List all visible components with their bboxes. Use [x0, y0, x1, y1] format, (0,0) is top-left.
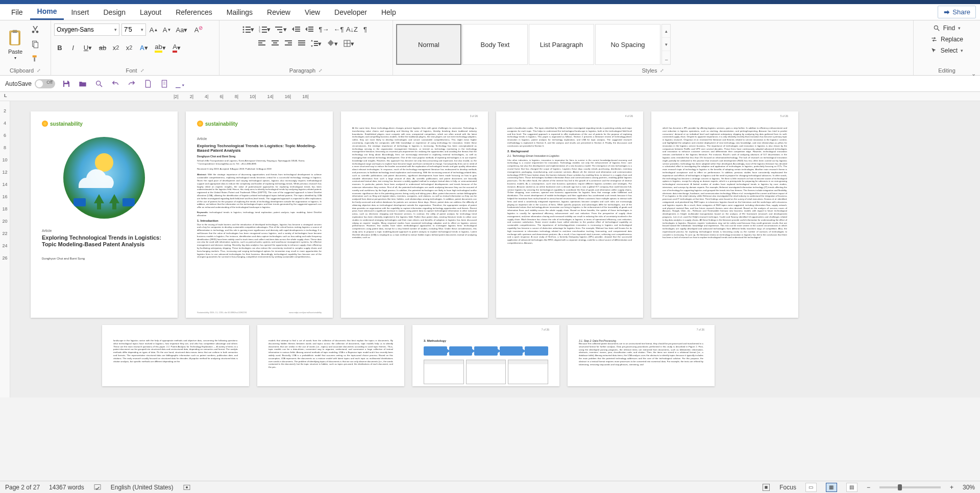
superscript-button[interactable]: x2 [124, 42, 135, 53]
zoom-out-button[interactable]: − [867, 484, 870, 491]
strikethrough-button[interactable]: ab [97, 42, 108, 53]
rtl-button[interactable]: ←¶ [333, 24, 345, 35]
bullets-button[interactable]: ▾ [241, 24, 256, 35]
style-body-text[interactable]: Body Text [462, 24, 528, 65]
style-no-spacing[interactable]: No Spacing [595, 24, 660, 65]
page-7[interactable]: models that attempt to find a set of wor… [257, 325, 404, 386]
tab-file[interactable]: File [4, 5, 30, 19]
justify-button[interactable] [296, 38, 307, 49]
tab-references[interactable]: References [168, 5, 219, 19]
share-button[interactable]: Share [938, 6, 976, 18]
tab-view[interactable]: View [298, 5, 327, 19]
copy-button[interactable] [30, 39, 41, 50]
page-6[interactable]: landscape in the logistics sector with t… [102, 325, 249, 386]
change-case-button[interactable]: Aa▾ [175, 24, 189, 35]
page-5[interactable]: 5 of 26 which has become a 3PL provider … [651, 111, 798, 318]
align-left-button[interactable] [256, 38, 267, 49]
italic-button[interactable]: I [67, 42, 79, 53]
tab-developer[interactable]: Developer [327, 5, 374, 19]
page-view-button[interactable] [159, 79, 169, 89]
open-button[interactable] [78, 79, 88, 89]
clipboard-launcher[interactable]: ⤢ [37, 68, 41, 73]
tab-layout[interactable]: Layout [133, 5, 168, 19]
page-9[interactable]: 7 of 26 3.1. Step 2: Data Pre-Processing… [568, 325, 715, 386]
show-marks-button[interactable]: ¶ [360, 24, 371, 35]
highlight-button[interactable]: ab▾ [153, 42, 167, 53]
paste-button[interactable]: Paste ▾ [3, 28, 28, 61]
shading-button[interactable]: ▾ [326, 38, 340, 49]
qat-customize-button[interactable]: ⎯▾ [176, 79, 186, 89]
redo-button[interactable] [127, 79, 137, 89]
paragraph-launcher[interactable]: ⤢ [318, 68, 323, 73]
clear-formatting-button[interactable]: A⊘ [191, 24, 202, 35]
view-read-button[interactable]: ▭ [805, 483, 817, 492]
numbering-button[interactable]: 123▾ [258, 24, 272, 35]
status-words[interactable]: 14367 words [49, 484, 84, 491]
methodology-tables [424, 360, 548, 384]
cut-button[interactable] [30, 25, 41, 36]
spellcheck-icon[interactable] [93, 483, 102, 491]
line-spacing-button[interactable]: ▾ [309, 38, 324, 49]
status-language[interactable]: English (United States) [111, 484, 174, 491]
grow-font-button[interactable]: A▲ [148, 24, 159, 35]
page-2[interactable]: sustainability Article Exploring Technol… [186, 111, 333, 318]
decrease-indent-button[interactable] [290, 24, 302, 35]
focus-icon[interactable] [762, 483, 770, 491]
text-effects-button[interactable]: A▾ [137, 42, 151, 53]
vertical-ruler[interactable]: 2468101214161820222426 [0, 101, 10, 397]
horizontal-ruler[interactable]: L |2| 2| 4| 6| 8| 10| 14| 16| 18| [0, 92, 980, 101]
styles-gallery-more[interactable]: ▴▾⎯ [662, 24, 671, 65]
tab-design[interactable]: Design [96, 5, 133, 19]
align-center-button[interactable] [270, 38, 281, 49]
save-button[interactable] [61, 79, 71, 89]
page-4[interactable]: 4 of 26 patent classification codes. The… [496, 111, 643, 318]
zoom-level[interactable]: 30% [963, 484, 975, 491]
format-painter-button[interactable] [30, 53, 41, 64]
replace-button[interactable]: Replace [928, 35, 965, 44]
align-right-button[interactable] [283, 38, 294, 49]
tab-review[interactable]: Review [260, 5, 298, 19]
multilevel-list-button[interactable]: ▾ [274, 24, 288, 35]
focus-mode[interactable]: Focus [779, 484, 796, 491]
undo-button[interactable] [110, 79, 120, 89]
style-normal[interactable]: Normal [396, 24, 461, 65]
autosave-toggle[interactable]: Off [35, 79, 55, 88]
zoom-in-button[interactable]: + [950, 484, 953, 491]
macro-rec-icon[interactable] [183, 483, 191, 491]
page2-title: Exploring Technological Trends in Logist… [197, 144, 322, 153]
status-page[interactable]: Page 2 of 27 [5, 484, 40, 491]
new-button[interactable] [143, 79, 153, 89]
tab-mailings[interactable]: Mailings [219, 5, 260, 19]
svg-rect-40 [314, 45, 318, 46]
subscript-button[interactable]: x2 [110, 42, 121, 53]
view-print-button[interactable]: ▦ [826, 483, 837, 492]
font-size-combo[interactable]: 7'5▾ [121, 24, 146, 36]
view-web-button[interactable]: ▤ [846, 483, 857, 492]
shrink-font-button[interactable]: A▼ [161, 24, 173, 35]
svg-point-5 [243, 27, 244, 28]
cut-icon [31, 26, 39, 34]
zoom-slider[interactable] [879, 486, 941, 488]
styles-launcher[interactable]: ⤢ [660, 68, 664, 73]
borders-button[interactable]: ▾ [342, 38, 356, 49]
underline-button[interactable]: U▾ [81, 42, 95, 53]
tab-insert[interactable]: Insert [64, 5, 96, 19]
group-styles: Normal Body Text List Paragraph No Spaci… [393, 20, 914, 75]
page-1[interactable]: sustainability Article Exploring Technol… [31, 111, 178, 318]
font-name-combo[interactable]: Oxygen-Sans▾ [54, 24, 119, 36]
style-list-paragraph[interactable]: List Paragraph [529, 24, 594, 65]
find-button[interactable]: Find▾ [931, 24, 963, 33]
select-button[interactable]: Select▾ [928, 46, 965, 55]
sort-button[interactable]: A↓Z [347, 24, 358, 35]
tab-help[interactable]: Help [374, 5, 403, 19]
ltr-button[interactable]: ¶→ [317, 24, 331, 35]
tab-home[interactable]: Home [30, 4, 64, 20]
font-launcher[interactable]: ⤢ [140, 68, 144, 73]
find-qat-button[interactable] [94, 79, 104, 89]
increase-indent-button[interactable] [304, 24, 315, 35]
bold-button[interactable]: B [54, 42, 65, 53]
page-3[interactable]: 3 of 26 At the same time, these technolo… [341, 111, 488, 318]
document-area[interactable]: 2468101214161820222426 sustainability Ar… [0, 101, 980, 397]
page-8[interactable]: 7 of 26 3. Methodology [412, 325, 559, 386]
font-color-button[interactable]: A▾ [169, 42, 184, 53]
